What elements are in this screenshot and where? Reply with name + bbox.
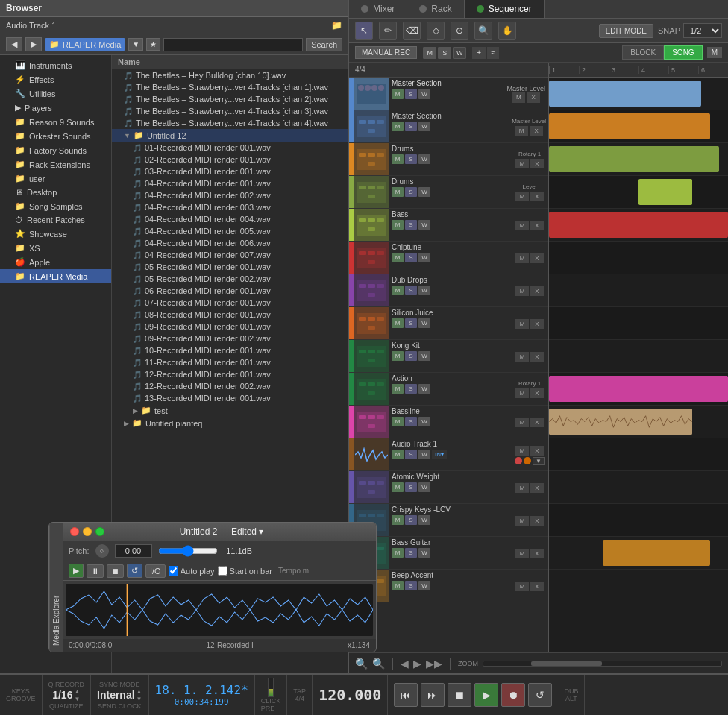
song-btn[interactable]: SONG — [664, 45, 702, 60]
track-m-btn[interactable]: M — [392, 89, 404, 99]
sidebar-item-desktop[interactable]: 🖥 Desktop — [0, 186, 111, 199]
wave-btn[interactable]: ≈ — [487, 47, 499, 59]
tab-mixer[interactable]: Mixer — [349, 0, 407, 18]
track-m-btn[interactable]: M — [392, 253, 404, 262]
clip[interactable] — [549, 113, 710, 139]
loop-btn[interactable]: ↺ — [528, 683, 552, 707]
track-w-btn[interactable]: W — [418, 89, 430, 99]
me-pause-btn[interactable]: ⏸ — [87, 564, 104, 578]
track-x-btn[interactable]: X — [530, 549, 544, 558]
track-m-btn[interactable]: M — [392, 384, 404, 394]
track-m-right-btn[interactable]: M — [515, 483, 529, 493]
track-w-btn[interactable]: W — [418, 515, 430, 525]
track-m-right-btn[interactable]: M — [515, 319, 529, 329]
folder-browse-btn[interactable]: ▼ — [128, 38, 143, 51]
track-m-btn[interactable]: M — [392, 515, 404, 525]
track-m-btn[interactable]: M — [392, 122, 404, 131]
tab-sequencer[interactable]: Sequencer — [465, 0, 545, 18]
folder-test[interactable]: ▶ 📁 test — [112, 404, 348, 417]
scroll-left-btn[interactable]: ◀ — [401, 658, 409, 670]
track-s-btn[interactable]: S — [405, 548, 417, 558]
track-w-btn[interactable]: W — [418, 384, 430, 394]
sidebar-item-apple[interactable]: 🍎 Apple — [0, 255, 111, 269]
grab-tool-btn[interactable]: ✋ — [498, 22, 516, 40]
minimize-btn[interactable] — [83, 527, 92, 536]
track-x-btn[interactable]: X — [530, 446, 544, 456]
list-item[interactable]: 🎵07-Recorded MIDI render 001.wav — [112, 297, 348, 309]
clip[interactable] — [549, 376, 728, 402]
s-btn[interactable]: S — [438, 47, 451, 59]
track-m-btn[interactable]: M — [392, 318, 404, 328]
track-w-btn[interactable]: W — [418, 417, 430, 426]
start-on-bar-checkbox[interactable]: Start on bar — [218, 566, 272, 576]
sidebar-item-reason-sounds[interactable]: 📁 Reason 9 Sounds — [0, 115, 111, 129]
track-m-btn[interactable]: M — [392, 581, 404, 590]
sidebar-item-recent-patches[interactable]: ⏱ Recent Patches — [0, 213, 111, 227]
w-btn[interactable]: W — [453, 47, 466, 59]
list-item[interactable]: 🎵11-Recorded MIDI render 001.wav — [112, 356, 348, 368]
media-explorer-tab[interactable]: Media Explorer — [49, 523, 63, 652]
list-item[interactable]: 🎵08-Recorded MIDI render 001.wav — [112, 309, 348, 321]
sidebar-item-orkester-sounds[interactable]: 📁 Orkester Sounds — [0, 129, 111, 143]
track-m-right-btn[interactable]: M — [515, 418, 529, 427]
me-stop-btn[interactable]: ⏹ — [107, 564, 124, 578]
track-m-btn[interactable]: M — [392, 417, 404, 426]
block-btn[interactable]: BLOCK — [622, 45, 664, 60]
clip[interactable] — [638, 179, 692, 205]
track-m-btn[interactable]: M — [392, 351, 404, 361]
zoom-tool-btn[interactable]: 🔍 — [474, 22, 492, 40]
track-m-right-btn[interactable]: M — [515, 286, 529, 296]
sync-arrows[interactable]: ▲ ▼ — [136, 688, 142, 702]
list-item[interactable]: 🎵04-Recorded MIDI render 003.wav — [112, 201, 348, 213]
track-s-btn[interactable]: S — [405, 89, 417, 99]
track-m-right-btn[interactable]: M — [515, 388, 529, 398]
nav-back-btn[interactable]: ◀ — [6, 37, 22, 51]
me-io-btn[interactable]: I/O — [145, 564, 166, 578]
list-item[interactable]: 🎵04-Recorded MIDI render 004.wav — [112, 213, 348, 225]
track-m-right-btn[interactable]: M — [515, 192, 529, 201]
track-w-btn[interactable]: W — [418, 187, 430, 197]
track-m-btn[interactable]: M — [392, 154, 404, 164]
eraser-tool-btn[interactable]: ⌫ — [403, 22, 421, 40]
list-item[interactable]: 🎵04-Recorded MIDI render 002.wav — [112, 189, 348, 201]
close-btn[interactable] — [70, 527, 79, 536]
track-s-btn[interactable]: S — [405, 154, 417, 164]
list-item[interactable]: 🎵04-Recorded MIDI render 007.wav — [112, 249, 348, 261]
sync-down[interactable]: ▼ — [136, 696, 142, 702]
track-x-btn[interactable]: X — [530, 159, 544, 168]
list-item[interactable]: 🎵05-Recorded MIDI render 001.wav — [112, 261, 348, 273]
track-x-btn[interactable]: X — [530, 221, 544, 230]
sidebar-item-effects[interactable]: ⚡ Effects — [0, 72, 111, 86]
auto-play-input[interactable] — [169, 566, 178, 576]
nav-forward-btn[interactable]: ▶ — [25, 37, 42, 51]
track-x-btn[interactable]: X — [530, 253, 544, 263]
track-x-btn[interactable]: X — [530, 483, 544, 493]
m-right-btn[interactable]: M — [707, 47, 722, 58]
quantize-up[interactable]: ▲ — [74, 688, 80, 695]
track-s-btn[interactable]: S — [405, 515, 417, 525]
track-m-right-btn[interactable]: M — [515, 549, 529, 558]
track-w-btn[interactable]: W — [418, 286, 430, 295]
track-m-btn[interactable]: M — [392, 286, 404, 295]
track-s-btn[interactable]: S — [405, 417, 417, 426]
sidebar-item-instruments[interactable]: 🎹 Instruments — [0, 58, 111, 72]
track-m-right-btn[interactable]: M — [515, 159, 529, 168]
clip[interactable] — [549, 81, 701, 107]
paint-tool-btn[interactable]: ◇ — [427, 22, 445, 40]
track-x-btn[interactable]: X — [527, 92, 540, 103]
track-s-btn[interactable]: S — [405, 286, 417, 295]
list-item[interactable]: 🎵04-Recorded MIDI render 005.wav — [112, 225, 348, 237]
track-x-btn[interactable]: X — [530, 418, 544, 427]
track-w-btn[interactable]: W — [418, 318, 430, 328]
track-s-btn[interactable]: S — [405, 253, 417, 262]
zoom-out-btn[interactable]: 🔍 — [355, 658, 368, 670]
pencil-tool-btn[interactable]: ✏ — [379, 22, 397, 40]
list-item[interactable]: 🎵The Beatles – Hey Bulldog [chan 10].wav — [112, 69, 348, 81]
clip[interactable] — [603, 540, 710, 566]
track-m-right-btn[interactable]: M — [515, 126, 528, 136]
me-play-btn[interactable]: ▶ — [69, 564, 84, 578]
track-s-btn[interactable]: S — [405, 122, 417, 131]
track-in-btn[interactable]: IN▾ — [432, 450, 447, 459]
track-s-btn[interactable]: S — [405, 482, 417, 492]
clip[interactable] — [549, 409, 692, 435]
